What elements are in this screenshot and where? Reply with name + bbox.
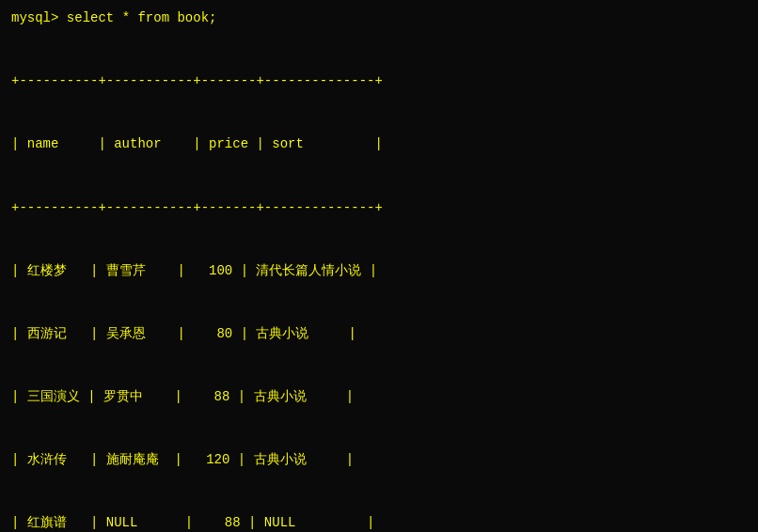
table1-divider-mid: +----------+-----------+-------+--------… bbox=[11, 197, 747, 218]
table1-row-3: | 水浒传 | 施耐庵庵 | 120 | 古典小说 | bbox=[11, 449, 747, 470]
table1-row-1: | 西游记 | 吴承恩 | 80 | 古典小说 | bbox=[11, 323, 747, 344]
table1-row-4: | 红旗谱 | NULL | 88 | NULL | bbox=[11, 512, 747, 532]
table1: +----------+-----------+-------+--------… bbox=[11, 28, 747, 532]
prompt1: mysql> bbox=[11, 10, 58, 25]
table1-row-0: | 红楼梦 | 曹雪芹 | 100 | 清代长篇人情小说 | bbox=[11, 260, 747, 281]
table1-row-2: | 三国演义 | 罗贯中 | 88 | 古典小说 | bbox=[11, 386, 747, 407]
terminal-output: mysql> select * from book; +----------+-… bbox=[11, 8, 747, 532]
table1-header: | name | author | price | sort | bbox=[11, 133, 747, 154]
query1-text: select * from book; bbox=[58, 10, 216, 25]
query1-line: mysql> select * from book; bbox=[11, 8, 747, 28]
table1-divider-top: +----------+-----------+-------+--------… bbox=[11, 70, 747, 91]
